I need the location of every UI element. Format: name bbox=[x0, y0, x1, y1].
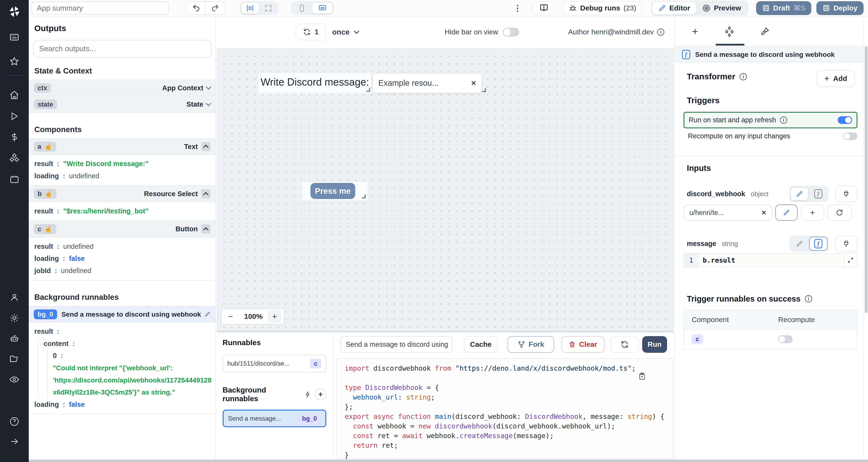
zoom-in-button[interactable]: + bbox=[268, 310, 282, 323]
resize-handle[interactable] bbox=[366, 88, 370, 92]
collapse-arrow-icon[interactable] bbox=[0, 432, 29, 451]
collapse-button[interactable] bbox=[201, 224, 211, 234]
search-outputs-input[interactable] bbox=[33, 40, 211, 58]
app-canvas[interactable]: Write Discord message: Example resou... … bbox=[217, 48, 673, 332]
message-expression-editor[interactable]: 1 b.result bbox=[684, 253, 857, 267]
desktop-view-button[interactable] bbox=[312, 2, 333, 14]
collapse-button[interactable] bbox=[201, 142, 211, 152]
connect-plug-button[interactable] bbox=[835, 186, 857, 202]
text-component[interactable]: Write Discord message: bbox=[258, 73, 371, 93]
chevron-down-icon[interactable] bbox=[206, 84, 211, 90]
runnables-title: Runnables bbox=[223, 338, 326, 347]
edit-resource-button[interactable] bbox=[775, 205, 798, 221]
docs-button[interactable] bbox=[533, 1, 555, 15]
eval-mode-button[interactable]: f bbox=[809, 187, 828, 201]
static-mode-button[interactable] bbox=[790, 187, 809, 201]
undo-button[interactable] bbox=[187, 2, 206, 14]
component-row-b[interactable]: b☝ Resource Select bbox=[29, 186, 215, 202]
add-transformer-button[interactable]: + Add bbox=[817, 70, 855, 87]
edit-pencil-icon[interactable] bbox=[204, 311, 210, 317]
redo-button[interactable] bbox=[206, 2, 225, 14]
collapse-button[interactable] bbox=[201, 189, 211, 199]
smartphone-icon bbox=[298, 4, 306, 12]
app-switcher-icon[interactable] bbox=[0, 28, 29, 46]
eval-mode-button[interactable]: f bbox=[809, 237, 828, 251]
runnable-name-input[interactable]: Send a message to discord using bbox=[340, 336, 452, 353]
tab-editor[interactable]: Editor bbox=[652, 2, 696, 14]
favorites-star-icon[interactable] bbox=[0, 52, 29, 71]
chevron-down-icon[interactable] bbox=[206, 101, 211, 106]
runnable-item[interactable]: hub/1511/discord/se... c bbox=[223, 355, 326, 372]
code-editor[interactable]: import discordwebhook from "https://deno… bbox=[337, 358, 673, 459]
press-me-button[interactable]: Press me bbox=[310, 183, 355, 199]
info-icon[interactable]: i bbox=[805, 295, 812, 302]
component-c-badge: c bbox=[38, 225, 41, 233]
background-runnable-row-bg0[interactable]: bg_0 Send a message to discord using web… bbox=[29, 306, 215, 323]
tab-insert[interactable]: + bbox=[688, 24, 703, 39]
info-icon[interactable]: i bbox=[740, 73, 747, 80]
settings-gear-icon[interactable] bbox=[0, 308, 29, 328]
clear-x-icon[interactable]: × bbox=[762, 208, 766, 217]
audit-eye-icon[interactable] bbox=[0, 370, 29, 389]
mobile-view-button[interactable] bbox=[292, 2, 312, 14]
expand-editor-button[interactable] bbox=[844, 254, 857, 267]
output-row-state[interactable]: state State bbox=[29, 96, 215, 113]
hide-bar-toggle[interactable] bbox=[503, 28, 519, 37]
app-summary-input[interactable] bbox=[32, 1, 169, 15]
resource-path-field[interactable]: u/henri/te... × bbox=[684, 205, 772, 221]
recompute-c-toggle[interactable] bbox=[778, 335, 793, 343]
draft-button[interactable]: Draft ⌘S bbox=[756, 1, 811, 15]
refresh-resources-button[interactable] bbox=[828, 205, 852, 221]
tab-styling[interactable] bbox=[758, 24, 772, 39]
select-component-wrapper: Example resou... × bbox=[372, 73, 482, 93]
cache-button[interactable]: Cache bbox=[464, 336, 498, 353]
runs-icon[interactable] bbox=[0, 107, 29, 126]
horizontal-scrollbar[interactable] bbox=[29, 460, 868, 462]
static-mode-button[interactable] bbox=[790, 237, 809, 251]
copy-icon[interactable] bbox=[638, 372, 646, 380]
info-icon[interactable]: i bbox=[780, 117, 787, 124]
interval-select[interactable]: once bbox=[332, 24, 359, 40]
clear-button[interactable]: Clear bbox=[561, 336, 604, 353]
home-icon[interactable] bbox=[0, 86, 29, 105]
add-background-runnable-button[interactable]: + bbox=[315, 389, 326, 400]
schedules-icon[interactable] bbox=[0, 170, 29, 189]
run-on-start-toggle[interactable] bbox=[838, 116, 852, 124]
users-icon[interactable] bbox=[0, 288, 29, 307]
component-row-a[interactable]: a☝ Text bbox=[29, 138, 215, 155]
resize-handle[interactable] bbox=[482, 88, 486, 92]
monitor-icon bbox=[318, 4, 327, 12]
resize-handle[interactable] bbox=[362, 195, 366, 198]
connect-plug-button[interactable] bbox=[835, 236, 857, 252]
windmill-logo-icon[interactable] bbox=[0, 0, 29, 23]
resource-select-component[interactable]: Example resou... × bbox=[372, 73, 482, 93]
component-row-c[interactable]: c☝ Button bbox=[29, 221, 215, 237]
clear-x-icon[interactable]: × bbox=[471, 78, 476, 88]
center-layout-button[interactable] bbox=[241, 2, 259, 14]
tab-preview[interactable]: Preview bbox=[696, 2, 747, 14]
folders-icon[interactable] bbox=[0, 350, 29, 368]
debug-runs-button[interactable]: Debug runs (23) bbox=[563, 1, 642, 15]
help-icon[interactable] bbox=[0, 412, 29, 431]
more-menu-button[interactable]: ⋮ bbox=[509, 3, 526, 13]
vertical-scrollbar[interactable] bbox=[864, 16, 868, 462]
zoom-out-button[interactable]: − bbox=[222, 312, 239, 321]
output-row-ctx[interactable]: ctx App Context bbox=[29, 80, 215, 96]
fork-button[interactable]: Fork bbox=[507, 336, 554, 353]
refresh-count-button[interactable]: 1 bbox=[296, 24, 326, 40]
recompute-toggle[interactable] bbox=[843, 132, 857, 140]
tab-settings[interactable] bbox=[722, 24, 737, 39]
create-resource-button[interactable]: + bbox=[801, 205, 824, 221]
workers-robot-icon[interactable] bbox=[0, 329, 29, 348]
resources-icon[interactable] bbox=[0, 149, 29, 168]
variables-icon[interactable] bbox=[0, 128, 29, 146]
fullwidth-layout-button[interactable] bbox=[259, 2, 278, 14]
scrollbar-thumb[interactable] bbox=[865, 46, 868, 313]
trash-icon bbox=[569, 341, 576, 348]
run-button[interactable]: Run bbox=[642, 336, 667, 353]
info-icon[interactable]: i bbox=[657, 29, 664, 36]
reload-button[interactable] bbox=[611, 336, 639, 353]
hide-bar-label: Hide bar on view bbox=[445, 28, 498, 36]
deploy-button[interactable]: Deploy bbox=[816, 1, 864, 15]
background-runnable-item-selected[interactable]: Send a message... bg_0 bbox=[223, 409, 326, 427]
